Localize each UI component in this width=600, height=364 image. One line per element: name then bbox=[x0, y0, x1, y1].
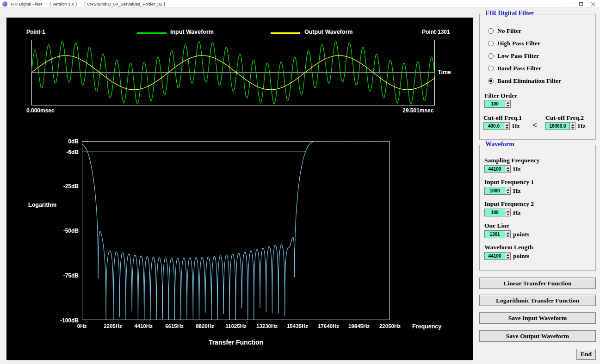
waveform-group-title: Waveform bbox=[483, 141, 516, 148]
close-icon bbox=[591, 2, 595, 6]
spin-down-icon[interactable] bbox=[505, 213, 510, 216]
cutoff2-spinner[interactable]: 16000.0 bbox=[545, 122, 575, 130]
app-name: FIR Digital Filter bbox=[11, 1, 42, 6]
save-output-waveform-button[interactable]: Save Output Waveform bbox=[479, 330, 596, 342]
close-button[interactable] bbox=[587, 0, 599, 8]
cutoff1-value[interactable]: 400.0 bbox=[483, 122, 504, 130]
cutoff2-label: Cut-off Freq.2 bbox=[545, 114, 584, 122]
spin-up-icon[interactable] bbox=[570, 123, 575, 126]
spin-up-icon[interactable] bbox=[504, 123, 509, 126]
window-title: FIR Digital Filter( Version 1.0 )[ C:¥So… bbox=[11, 1, 172, 6]
xtick-15435hz: 15435Hz bbox=[283, 323, 312, 329]
cutoff1-unit: Hz bbox=[512, 123, 520, 130]
radio-circle[interactable] bbox=[488, 28, 494, 34]
minimize-button[interactable] bbox=[563, 0, 575, 8]
cutoff2-unit: Hz bbox=[578, 123, 586, 130]
save-input-waveform-button[interactable]: Save Input Waveform bbox=[479, 312, 596, 324]
waveform-length-value[interactable]: 44100 bbox=[484, 252, 505, 260]
maximize-button[interactable] bbox=[575, 0, 587, 8]
spinner-arrows bbox=[505, 209, 511, 216]
spin-up-icon[interactable] bbox=[505, 209, 510, 213]
time-waveform-chart bbox=[31, 40, 435, 105]
spin-up-icon[interactable] bbox=[505, 187, 510, 191]
filter-order-value[interactable]: 100 bbox=[484, 100, 505, 108]
fir-filter-group-title: FIR Digital Filter bbox=[483, 10, 536, 17]
cutoff1-label: Cut-off Freq.1 bbox=[483, 114, 522, 122]
output-waveform-legend-swatch bbox=[271, 32, 300, 34]
radio-label: Band Pass Filter bbox=[497, 65, 541, 72]
cutoff2-value[interactable]: 16000.0 bbox=[545, 122, 569, 130]
folder-path: [ C:¥SoundID_64_SetValues_Folder_02 ] bbox=[84, 1, 165, 6]
spin-up-icon[interactable] bbox=[505, 166, 510, 169]
radio-circle[interactable] bbox=[488, 53, 494, 59]
end-button[interactable]: End bbox=[576, 349, 596, 360]
ytick-minus75db: -75dB bbox=[51, 272, 79, 279]
x-axis-label: Frequency bbox=[412, 323, 441, 330]
transfer-function-title: Transfer Function bbox=[190, 339, 282, 346]
ytick-minus100db: -100dB bbox=[51, 317, 79, 324]
input-frequency1-value[interactable]: 1000 bbox=[484, 187, 505, 195]
input-frequency2-value[interactable]: 100 bbox=[484, 209, 505, 216]
y-axis-label: Logarithm bbox=[28, 202, 56, 208]
filter-order-label: Filter Order bbox=[484, 92, 517, 99]
waveform-groupbox: Waveform Sampling Frequency 44100 Hz Inp… bbox=[479, 145, 596, 271]
input-frequency2-row: 100 Hz bbox=[484, 209, 521, 216]
waveform-length-spinner[interactable]: 44100 bbox=[484, 252, 511, 260]
xtick-4410hz: 4410Hz bbox=[129, 323, 158, 329]
radio-band-elimination[interactable]: Band Elimination Filter bbox=[488, 77, 561, 85]
xtick-6615hz: 6615Hz bbox=[160, 323, 189, 329]
xtick-22050hz: 22050Hz bbox=[375, 323, 405, 329]
input-frequency1-label: Input Frequency 1 bbox=[484, 179, 534, 186]
input-frequency2-unit: Hz bbox=[513, 209, 521, 216]
sampling-frequency-value[interactable]: 44100 bbox=[484, 165, 505, 173]
spinner-arrows bbox=[569, 122, 575, 130]
spin-down-icon[interactable] bbox=[505, 256, 510, 259]
minimize-icon bbox=[567, 4, 571, 4]
spin-down-icon[interactable] bbox=[505, 169, 510, 173]
transfer-function-curve bbox=[82, 141, 390, 320]
xtick-13230hz: 13230Hz bbox=[252, 323, 282, 329]
radio-no-filter[interactable]: No Filter bbox=[488, 27, 521, 35]
xtick-19845hz: 19845Hz bbox=[344, 323, 374, 329]
spin-up-icon[interactable] bbox=[505, 253, 510, 256]
xtick-0hz: 0Hz bbox=[67, 323, 97, 329]
spin-down-icon[interactable] bbox=[504, 126, 509, 130]
fir-filter-groupbox: FIR Digital Filter No Filter High Pass F… bbox=[479, 14, 596, 140]
spin-down-icon[interactable] bbox=[505, 104, 510, 107]
spin-down-icon[interactable] bbox=[570, 126, 575, 130]
radio-circle[interactable] bbox=[488, 41, 494, 46]
one-line-value[interactable]: 1301 bbox=[484, 230, 505, 238]
waveform-length-label: Waveform Length bbox=[484, 244, 533, 251]
radio-label: Low Pass Filter bbox=[497, 52, 539, 60]
input-frequency1-spinner[interactable]: 1000 bbox=[484, 187, 511, 195]
xtick-8820hz: 8820Hz bbox=[190, 323, 220, 329]
waveform-length-unit: points bbox=[513, 253, 529, 260]
ytick-minus50db: -50dB bbox=[51, 228, 79, 234]
radio-circle[interactable] bbox=[488, 66, 494, 71]
time-end-label: 29.501msec bbox=[402, 107, 433, 114]
sampling-frequency-spinner[interactable]: 44100 bbox=[484, 165, 511, 173]
linear-transfer-function-button[interactable]: Linear Transfer Function bbox=[479, 278, 596, 289]
spin-down-icon[interactable] bbox=[505, 191, 510, 194]
cutoff2-row: 16000.0 Hz bbox=[545, 122, 586, 130]
filter-order-spinner[interactable]: 100 bbox=[484, 100, 511, 108]
cutoff1-spinner[interactable]: 400.0 bbox=[483, 122, 510, 130]
spin-up-icon[interactable] bbox=[505, 100, 510, 104]
sampling-frequency-label: Sampling Frequency bbox=[484, 157, 539, 164]
one-line-spinner[interactable]: 1301 bbox=[484, 230, 511, 238]
logarithmic-transfer-function-button[interactable]: Logarithmic Transfer Function bbox=[479, 295, 596, 306]
ytick-0db: 0dB bbox=[51, 138, 79, 145]
radio-band-pass[interactable]: Band Pass Filter bbox=[488, 65, 541, 72]
xtick-11025hz: 11025Hz bbox=[221, 323, 251, 329]
radio-low-pass[interactable]: Low Pass Filter bbox=[488, 52, 539, 60]
titlebar: FIR Digital Filter( Version 1.0 )[ C:¥So… bbox=[0, 0, 600, 8]
app-version: ( Version 1.0 ) bbox=[49, 1, 77, 6]
cutoff1-row: 400.0 Hz bbox=[483, 122, 520, 130]
radio-high-pass[interactable]: High Pass Filter bbox=[488, 40, 540, 47]
spinner-arrows bbox=[505, 252, 511, 260]
input-frequency2-spinner[interactable]: 100 bbox=[484, 209, 511, 216]
waveform-length-row: 44100 points bbox=[484, 252, 529, 260]
radio-circle[interactable] bbox=[488, 78, 494, 84]
spin-down-icon[interactable] bbox=[505, 234, 510, 238]
spin-up-icon[interactable] bbox=[505, 231, 510, 234]
